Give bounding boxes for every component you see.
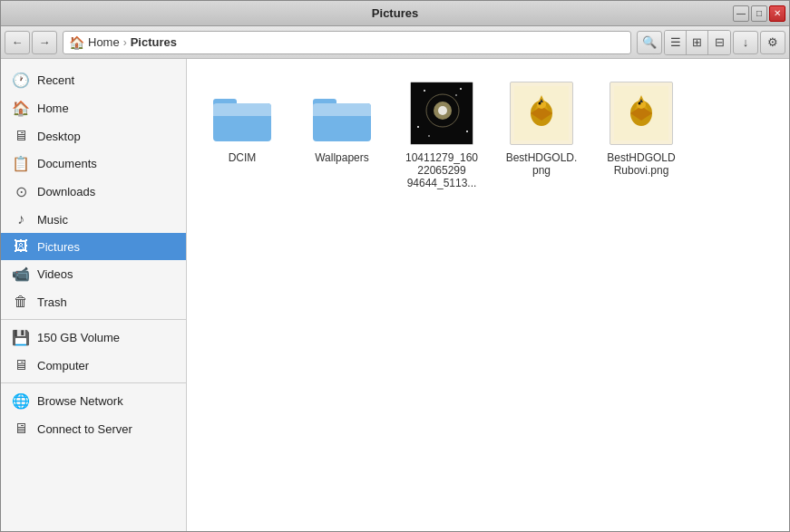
- image-icon-img3: [609, 81, 674, 146]
- sidebar-item-desktop[interactable]: 🖥 Desktop: [1, 122, 186, 150]
- sidebar-item-computer[interactable]: 🖥 Computer: [1, 352, 186, 379]
- sidebar-label-computer: Computer: [37, 359, 89, 372]
- sidebar: 🕐 Recent 🏠 Home 🖥 Desktop 📋 Documents ⊙ …: [1, 59, 187, 531]
- small-view-icon: ⊟: [715, 35, 725, 49]
- grid-view-icon: ⊞: [692, 35, 702, 49]
- sidebar-label-home: Home: [37, 102, 69, 115]
- sidebar-item-music[interactable]: ♪ Music: [1, 206, 186, 233]
- sidebar-label-browse-network: Browse Network: [37, 394, 123, 408]
- settings-button[interactable]: ⚙: [760, 31, 785, 54]
- toolbar: ← → 🏠 Home › Pictures 🔍 ☰ ⊞ ⊟: [1, 26, 789, 59]
- desktop-icon: 🖥: [12, 128, 30, 144]
- breadcrumb-sep: ›: [123, 36, 127, 49]
- forward-button[interactable]: →: [32, 31, 57, 54]
- trash-icon: 🗑: [12, 294, 30, 310]
- svg-rect-7: [313, 109, 371, 116]
- recent-icon: 🕐: [12, 72, 30, 89]
- list-view-icon: ☰: [670, 35, 681, 49]
- sidebar-item-trash[interactable]: 🗑 Trash: [1, 288, 186, 315]
- svg-rect-3: [213, 109, 271, 116]
- svg-point-16: [428, 135, 430, 137]
- title-bar: Pictures — □ ✕: [1, 1, 789, 26]
- sidebar-item-documents[interactable]: 📋 Documents: [1, 150, 186, 178]
- search-button[interactable]: 🔍: [637, 31, 662, 54]
- pictures-icon: 🖼: [12, 238, 30, 255]
- svg-point-14: [417, 126, 419, 128]
- sidebar-item-downloads[interactable]: ⊙ Downloads: [1, 178, 186, 206]
- svg-point-17: [455, 94, 457, 96]
- sidebar-label-recent: Recent: [37, 73, 74, 87]
- home-sidebar-icon: 🏠: [12, 100, 30, 117]
- file-name-img1: 10411279_16022065299 94644_5113...: [405, 151, 479, 189]
- folder-icon-dcim: [210, 81, 275, 146]
- sidebar-item-recent[interactable]: 🕐 Recent: [1, 66, 186, 94]
- sidebar-label-documents: Documents: [37, 157, 97, 170]
- sidebar-label-videos: Videos: [37, 267, 73, 281]
- view-toggle-group: ☰ ⊞ ⊟: [664, 30, 731, 55]
- file-name-dcim: DCIM: [229, 151, 257, 164]
- file-item-img2[interactable]: BestHDGOLD.png: [501, 73, 582, 197]
- svg-point-13: [460, 88, 462, 90]
- downloads-icon: ⊙: [12, 183, 30, 200]
- maximize-button[interactable]: □: [751, 5, 767, 22]
- videos-icon: 📹: [12, 266, 30, 283]
- sidebar-item-home[interactable]: 🏠 Home: [1, 94, 186, 122]
- breadcrumb-home[interactable]: Home: [88, 35, 120, 49]
- sidebar-item-videos[interactable]: 📹 Videos: [1, 260, 186, 288]
- file-item-img1[interactable]: 10411279_16022065299 94644_5113...: [401, 73, 483, 197]
- sidebar-item-pictures[interactable]: 🖼 Pictures: [1, 233, 186, 260]
- file-item-dcim[interactable]: DCIM: [201, 73, 283, 197]
- browse-network-icon: 🌐: [12, 392, 30, 410]
- file-name-img2: BestHDGOLD.png: [504, 151, 579, 177]
- file-area: DCIM Wallpapers: [187, 59, 789, 531]
- file-grid: DCIM Wallpapers: [201, 73, 775, 197]
- sidebar-label-desktop: Desktop: [37, 130, 81, 143]
- main-content: 🕐 Recent 🏠 Home 🖥 Desktop 📋 Documents ⊙ …: [1, 59, 789, 531]
- svg-point-11: [438, 106, 447, 115]
- file-item-img3[interactable]: BestHDGOLD Rubovi.png: [600, 73, 682, 197]
- home-icon: 🏠: [69, 35, 84, 50]
- toolbar-right: 🔍 ☰ ⊞ ⊟ ↓ ⚙: [637, 30, 785, 55]
- small-view-button[interactable]: ⊟: [708, 31, 730, 54]
- sidebar-label-music: Music: [37, 213, 68, 227]
- close-button[interactable]: ✕: [769, 5, 785, 22]
- svg-point-15: [466, 131, 468, 132]
- sidebar-label-volume: 150 GB Volume: [37, 331, 120, 344]
- sidebar-divider-1: [1, 319, 186, 320]
- download-icon: ↓: [743, 35, 749, 49]
- svg-point-33: [639, 102, 641, 105]
- volume-icon: 💾: [12, 329, 30, 346]
- sidebar-item-connect-server[interactable]: 🖥 Connect to Server: [1, 415, 186, 442]
- image-icon-img2: [509, 81, 574, 146]
- file-name-wallpapers: Wallpapers: [315, 151, 369, 164]
- list-view-button[interactable]: ☰: [665, 31, 687, 54]
- sidebar-item-volume[interactable]: 💾 150 GB Volume: [1, 324, 186, 352]
- svg-point-12: [424, 90, 425, 92]
- sidebar-label-pictures: Pictures: [37, 240, 80, 254]
- window-controls: — □ ✕: [733, 5, 785, 22]
- file-name-img3: BestHDGOLD Rubovi.png: [604, 151, 678, 177]
- computer-icon: 🖥: [12, 357, 30, 373]
- sidebar-label-connect-server: Connect to Server: [37, 422, 132, 436]
- image-icon-img1: [409, 81, 474, 146]
- sidebar-divider-2: [1, 382, 186, 383]
- music-icon: ♪: [12, 211, 30, 227]
- window-title: Pictures: [372, 6, 418, 20]
- back-button[interactable]: ←: [5, 31, 30, 54]
- connect-server-icon: 🖥: [12, 421, 30, 437]
- grid-view-button[interactable]: ⊞: [687, 31, 708, 54]
- sidebar-label-trash: Trash: [37, 295, 67, 309]
- download-button[interactable]: ↓: [733, 31, 758, 54]
- minimize-button[interactable]: —: [733, 5, 749, 22]
- settings-icon: ⚙: [767, 35, 778, 49]
- window: Pictures — □ ✕ ← → 🏠 Home › Pictures: [0, 0, 790, 532]
- documents-icon: 📋: [12, 155, 30, 172]
- sidebar-label-downloads: Downloads: [37, 185, 95, 198]
- svg-point-25: [539, 102, 541, 105]
- breadcrumb: 🏠 Home › Pictures: [63, 31, 631, 54]
- file-item-wallpapers[interactable]: Wallpapers: [301, 73, 383, 197]
- search-icon: 🔍: [642, 35, 657, 49]
- breadcrumb-current[interactable]: Pictures: [131, 35, 177, 49]
- sidebar-item-browse-network[interactable]: 🌐 Browse Network: [1, 387, 186, 415]
- folder-icon-wallpapers: [309, 81, 375, 146]
